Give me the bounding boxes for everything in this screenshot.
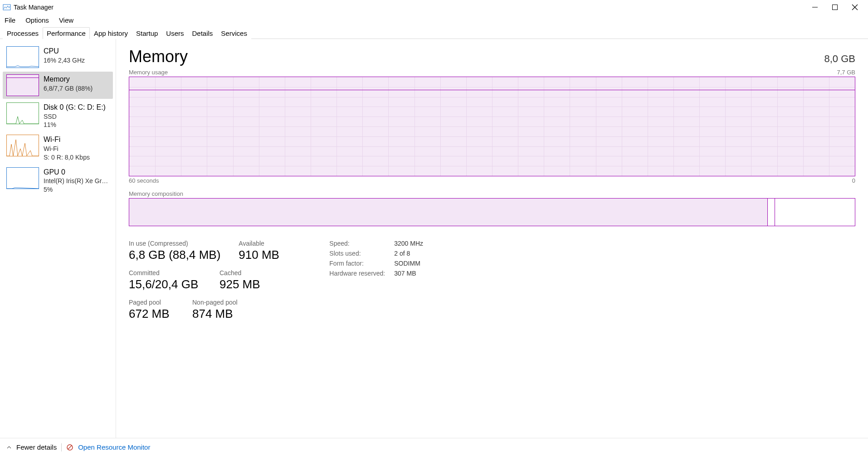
tab-startup[interactable]: Startup bbox=[132, 27, 162, 39]
disk-text: Disk 0 (G: C: D: E:) SSD 11% bbox=[44, 102, 106, 129]
axis-row: 60 seconds 0 bbox=[129, 177, 855, 184]
speed-label: Speed: bbox=[329, 240, 385, 247]
hw-label: Hardware reserved: bbox=[329, 270, 385, 277]
tabs: Processes Performance App history Startu… bbox=[0, 27, 868, 39]
cpu-sub: 16% 2,43 GHz bbox=[44, 56, 85, 65]
memory-text: Memory 6,8/7,7 GB (88%) bbox=[44, 74, 93, 92]
sidebar-item-gpu[interactable]: GPU 0 Intel(R) Iris(R) Xe Grap... 5% bbox=[0, 165, 116, 197]
sidebar-item-wifi[interactable]: Wi-Fi Wi-Fi S: 0 R: 8,0 Kbps bbox=[0, 132, 116, 164]
available-value: 910 MB bbox=[239, 248, 302, 262]
memory-thumb-icon bbox=[6, 74, 39, 96]
usage-line bbox=[129, 90, 855, 90]
paged-label: Paged pool bbox=[129, 299, 174, 306]
hw-value: 307 MB bbox=[394, 270, 423, 277]
open-resource-monitor-link[interactable]: Open Resource Monitor bbox=[78, 443, 150, 451]
gpu-title: GPU 0 bbox=[44, 167, 111, 177]
sidebar-item-disk[interactable]: Disk 0 (G: C: D: E:) SSD 11% bbox=[0, 100, 116, 132]
memory-usage-chart[interactable] bbox=[129, 77, 855, 176]
title-left: Task Manager bbox=[3, 3, 54, 11]
usage-label-right: 7,7 GB bbox=[837, 69, 855, 76]
sidebar-item-cpu[interactable]: CPU 16% 2,43 GHz bbox=[0, 44, 116, 71]
stats-left: In use (Compressed) 6,8 GB (88,4 MB) Ava… bbox=[129, 240, 302, 321]
window-controls bbox=[811, 3, 868, 11]
heading-row: Memory 8,0 GB bbox=[129, 47, 855, 66]
menu-view[interactable]: View bbox=[59, 16, 73, 24]
wifi-sub2: S: 0 R: 8,0 Kbps bbox=[44, 153, 90, 162]
paged-value: 672 MB bbox=[129, 307, 174, 321]
wifi-text: Wi-Fi Wi-Fi S: 0 R: 8,0 Kbps bbox=[44, 135, 90, 161]
content: CPU 16% 2,43 GHz Memory 6,8/7,7 GB (88%) bbox=[0, 39, 868, 438]
sidebar: CPU 16% 2,43 GHz Memory 6,8/7,7 GB (88%) bbox=[0, 39, 116, 438]
disk-thumb-icon bbox=[6, 102, 39, 124]
svg-line-6 bbox=[68, 446, 72, 449]
main-panel: Memory 8,0 GB Memory usage 7,7 GB 60 sec… bbox=[116, 39, 868, 438]
page-title: Memory bbox=[129, 47, 188, 66]
gpu-sub1: Intel(R) Iris(R) Xe Grap... bbox=[44, 177, 111, 185]
sidebar-item-memory[interactable]: Memory 6,8/7,7 GB (88%) bbox=[3, 72, 113, 99]
maximize-button[interactable] bbox=[831, 3, 839, 11]
wifi-title: Wi-Fi bbox=[44, 135, 90, 145]
disk-sub1: SSD bbox=[44, 112, 106, 121]
comp-inuse bbox=[129, 199, 768, 226]
usage-label-row: Memory usage 7,7 GB bbox=[129, 69, 855, 76]
tab-users[interactable]: Users bbox=[162, 27, 188, 39]
window-title: Task Manager bbox=[14, 4, 54, 11]
form-value: SODIMM bbox=[394, 260, 423, 267]
committed-value: 15,6/20,4 GB bbox=[129, 277, 201, 291]
cpu-title: CPU bbox=[44, 46, 85, 56]
menu-options[interactable]: Options bbox=[25, 16, 49, 24]
close-button[interactable] bbox=[851, 3, 859, 11]
comp-modified bbox=[768, 199, 775, 226]
footer-divider bbox=[61, 443, 62, 451]
gpu-text: GPU 0 Intel(R) Iris(R) Xe Grap... 5% bbox=[44, 167, 111, 194]
nonpaged-label: Non-paged pool bbox=[192, 299, 256, 306]
axis-left: 60 seconds bbox=[129, 177, 159, 184]
cached-value: 925 MB bbox=[219, 277, 283, 291]
tab-app-history[interactable]: App history bbox=[90, 27, 132, 39]
disk-title: Disk 0 (G: C: D: E:) bbox=[44, 102, 106, 112]
tab-processes[interactable]: Processes bbox=[3, 27, 43, 39]
chevron-up-icon[interactable] bbox=[6, 445, 12, 450]
menubar: File Options View bbox=[0, 15, 868, 27]
disk-sub2: 11% bbox=[44, 121, 106, 129]
footer: Fewer details Open Resource Monitor bbox=[0, 438, 868, 456]
usage-label-left: Memory usage bbox=[129, 69, 168, 76]
cpu-thumb-icon bbox=[6, 46, 39, 68]
stats: In use (Compressed) 6,8 GB (88,4 MB) Ava… bbox=[129, 240, 855, 321]
slots-value: 2 of 8 bbox=[394, 250, 423, 257]
memory-sub: 6,8/7,7 GB (88%) bbox=[44, 84, 93, 93]
tab-details[interactable]: Details bbox=[188, 27, 217, 39]
available-label: Available bbox=[239, 240, 302, 247]
svg-rect-2 bbox=[833, 5, 838, 10]
nonpaged-value: 874 MB bbox=[192, 307, 256, 321]
fewer-details-link[interactable]: Fewer details bbox=[16, 443, 57, 451]
memory-title: Memory bbox=[44, 74, 93, 84]
specs: Speed: 3200 MHz Slots used: 2 of 8 Form … bbox=[329, 240, 423, 277]
titlebar: Task Manager bbox=[0, 0, 868, 15]
inuse-value: 6,8 GB (88,4 MB) bbox=[129, 248, 220, 262]
tab-services[interactable]: Services bbox=[217, 27, 251, 39]
app-icon bbox=[3, 3, 11, 11]
slots-label: Slots used: bbox=[329, 250, 385, 257]
task-manager-window: Task Manager File Options View Processes… bbox=[0, 0, 868, 456]
gpu-thumb-icon bbox=[6, 167, 39, 189]
total-memory: 8,0 GB bbox=[824, 53, 855, 65]
wifi-thumb-icon bbox=[6, 135, 39, 156]
cpu-text: CPU 16% 2,43 GHz bbox=[44, 46, 85, 64]
axis-right: 0 bbox=[852, 177, 855, 184]
tab-performance[interactable]: Performance bbox=[43, 27, 90, 39]
menu-file[interactable]: File bbox=[5, 16, 15, 24]
committed-label: Committed bbox=[129, 269, 201, 277]
cached-label: Cached bbox=[219, 269, 283, 277]
comp-label-row: Memory composition bbox=[129, 190, 855, 197]
speed-value: 3200 MHz bbox=[394, 240, 423, 247]
resource-monitor-icon bbox=[66, 444, 73, 451]
inuse-label: In use (Compressed) bbox=[129, 240, 220, 247]
wifi-sub1: Wi-Fi bbox=[44, 145, 90, 153]
minimize-button[interactable] bbox=[811, 3, 819, 11]
memory-composition-chart[interactable] bbox=[129, 198, 855, 226]
form-label: Form factor: bbox=[329, 260, 385, 267]
comp-label: Memory composition bbox=[129, 190, 183, 197]
gpu-sub2: 5% bbox=[44, 185, 111, 194]
comp-free bbox=[775, 199, 855, 226]
